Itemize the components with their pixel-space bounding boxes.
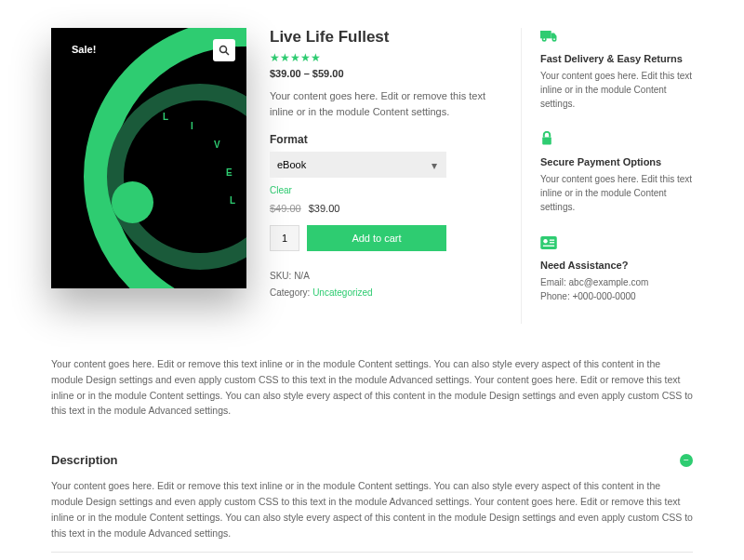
price-range: $39.00 – $59.00 [270,68,498,79]
format-label: Format [270,133,498,146]
payment-title: Secure Payment Options [540,156,693,167]
product-description: Your content goes here. Edit or remove t… [270,88,498,119]
accordion-description: Description − Your content goes here. Ed… [51,442,693,553]
lock-icon [540,131,693,151]
zoom-button[interactable] [213,39,235,61]
quantity-input[interactable] [270,225,299,251]
accordion-additional-header[interactable]: Additional information + [51,553,693,560]
cover-letter: L [230,195,235,206]
svg-point-0 [220,47,227,53]
category-link[interactable]: Uncategorized [312,287,372,298]
rating-stars: ★★★★★ [270,51,498,64]
cover-letter: V [214,140,220,150]
original-price: $49.00 [270,203,301,214]
svg-point-4 [552,38,555,41]
format-select[interactable]: eBook [270,152,446,178]
svg-line-1 [226,52,230,56]
product-image[interactable]: L I V E L Sale! [51,28,246,288]
delivery-title: Fast Delivery & Easy Returns [540,53,693,64]
svg-rect-10 [543,246,554,247]
sale-price: $39.00 [309,203,340,214]
payment-text: Your content goes here. Edit this text i… [540,172,693,214]
svg-rect-8 [550,240,554,241]
sale-badge: Sale! [62,39,105,60]
cover-letter: I [191,121,193,131]
cover-graphic-dot [112,181,153,223]
assist-phone: Phone: +000-000-0000 [540,289,693,303]
svg-rect-5 [542,137,551,144]
clear-link[interactable]: Clear [270,185,498,195]
assist-email: Email: abc@example.com [540,275,693,289]
accordion-description-body: Your content goes here. Edit or remove t… [51,478,693,552]
card-icon [540,234,693,254]
truck-icon [540,28,693,47]
cover-letter: E [226,167,232,178]
product-title: Live Life Fullest [270,28,498,47]
long-description: Your content goes here. Edit or remove t… [51,356,693,419]
sku-row: SKU: N/A [270,268,498,285]
assist-title: Need Assistance? [540,260,693,271]
cover-letter: L [163,112,168,122]
svg-rect-2 [540,31,551,38]
svg-point-7 [543,239,547,243]
accordion-title: Description [51,453,118,467]
category-row: Category: Uncategorized [270,285,498,301]
variation-price: $49.00 $39.00 [270,203,498,214]
minus-icon: − [680,454,693,467]
add-to-cart-button[interactable]: Add to cart [307,225,446,251]
delivery-text: Your content goes here. Edit this text i… [540,69,693,111]
accordion-description-header[interactable]: Description − [51,442,693,478]
svg-point-3 [543,38,546,41]
svg-rect-9 [550,242,554,243]
accordion-additional: Additional information + [51,553,693,560]
magnify-icon [219,45,230,56]
